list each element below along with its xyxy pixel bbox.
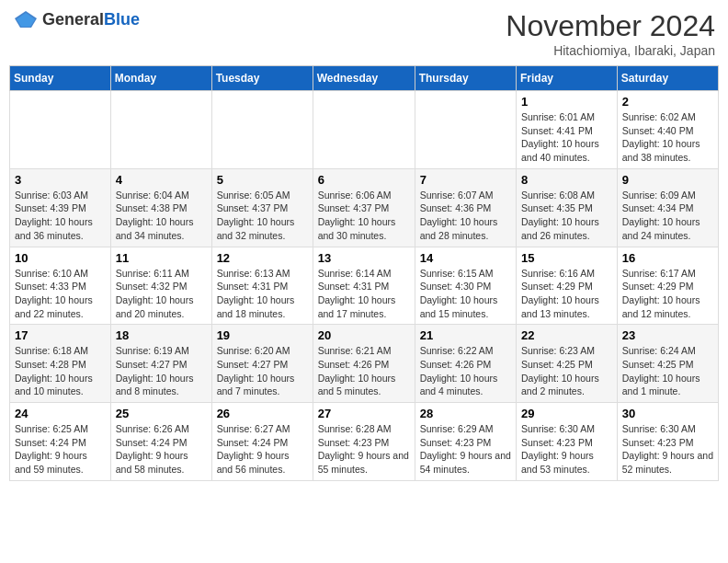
table-row: 24Sunrise: 6:25 AM Sunset: 4:24 PM Dayli…	[10, 403, 111, 481]
logo-general: General	[42, 10, 104, 29]
header-wednesday: Wednesday	[313, 66, 415, 91]
table-row: 9Sunrise: 6:09 AM Sunset: 4:34 PM Daylig…	[617, 168, 718, 247]
table-row: 18Sunrise: 6:19 AM Sunset: 4:27 PM Dayli…	[110, 325, 211, 403]
table-row: 3Sunrise: 6:03 AM Sunset: 4:39 PM Daylig…	[10, 168, 111, 247]
logo-blue: Blue	[104, 10, 140, 29]
logo-text: GeneralBlue	[42, 10, 140, 29]
header-thursday: Thursday	[415, 66, 516, 91]
day-number: 2	[622, 95, 713, 109]
day-info: Sunrise: 6:16 AM Sunset: 4:29 PM Dayligh…	[521, 267, 612, 321]
table-row: 11Sunrise: 6:11 AM Sunset: 4:32 PM Dayli…	[110, 247, 211, 325]
day-number: 20	[318, 328, 410, 342]
table-row	[313, 91, 415, 169]
day-number: 5	[217, 173, 308, 187]
day-number: 10	[15, 251, 106, 265]
table-row: 1Sunrise: 6:01 AM Sunset: 4:41 PM Daylig…	[517, 91, 618, 169]
day-number: 26	[217, 407, 308, 420]
table-row: 25Sunrise: 6:26 AM Sunset: 4:24 PM Dayli…	[110, 403, 211, 481]
day-number: 25	[116, 407, 207, 420]
day-info: Sunrise: 6:07 AM Sunset: 4:36 PM Dayligh…	[420, 189, 511, 243]
day-info: Sunrise: 6:22 AM Sunset: 4:26 PM Dayligh…	[420, 344, 511, 398]
day-info: Sunrise: 6:03 AM Sunset: 4:39 PM Dayligh…	[15, 189, 106, 243]
day-number: 28	[420, 407, 511, 420]
day-number: 24	[15, 407, 106, 420]
day-info: Sunrise: 6:26 AM Sunset: 4:24 PM Dayligh…	[116, 422, 207, 477]
day-info: Sunrise: 6:30 AM Sunset: 4:23 PM Dayligh…	[622, 422, 713, 477]
day-info: Sunrise: 6:15 AM Sunset: 4:30 PM Dayligh…	[420, 267, 511, 321]
day-info: Sunrise: 6:14 AM Sunset: 4:31 PM Dayligh…	[318, 267, 410, 321]
day-number: 23	[622, 328, 713, 342]
table-row: 26Sunrise: 6:27 AM Sunset: 4:24 PM Dayli…	[211, 403, 313, 481]
day-number: 6	[318, 173, 410, 187]
day-number: 7	[420, 173, 511, 187]
day-info: Sunrise: 6:11 AM Sunset: 4:32 PM Dayligh…	[116, 267, 207, 321]
table-row: 16Sunrise: 6:17 AM Sunset: 4:29 PM Dayli…	[617, 247, 718, 325]
table-row: 27Sunrise: 6:28 AM Sunset: 4:23 PM Dayli…	[313, 403, 415, 481]
table-row: 4Sunrise: 6:04 AM Sunset: 4:38 PM Daylig…	[110, 168, 211, 247]
location-subtitle: Hitachiomiya, Ibaraki, Japan	[506, 43, 715, 58]
table-row: 15Sunrise: 6:16 AM Sunset: 4:29 PM Dayli…	[517, 247, 618, 325]
calendar-header: Sunday Monday Tuesday Wednesday Thursday…	[10, 66, 719, 91]
day-number: 19	[217, 328, 308, 342]
logo-icon	[13, 9, 39, 29]
table-row	[10, 91, 111, 169]
day-info: Sunrise: 6:23 AM Sunset: 4:25 PM Dayligh…	[521, 344, 612, 398]
day-info: Sunrise: 6:28 AM Sunset: 4:23 PM Dayligh…	[318, 422, 410, 477]
table-row: 23Sunrise: 6:24 AM Sunset: 4:25 PM Dayli…	[617, 325, 718, 403]
table-row: 2Sunrise: 6:02 AM Sunset: 4:40 PM Daylig…	[617, 91, 718, 169]
table-row: 7Sunrise: 6:07 AM Sunset: 4:36 PM Daylig…	[415, 168, 516, 247]
day-info: Sunrise: 6:19 AM Sunset: 4:27 PM Dayligh…	[116, 344, 207, 398]
day-info: Sunrise: 6:18 AM Sunset: 4:28 PM Dayligh…	[15, 344, 106, 398]
table-row: 30Sunrise: 6:30 AM Sunset: 4:23 PM Dayli…	[617, 403, 718, 481]
day-info: Sunrise: 6:01 AM Sunset: 4:41 PM Dayligh…	[521, 110, 612, 165]
day-info: Sunrise: 6:21 AM Sunset: 4:26 PM Dayligh…	[318, 344, 410, 398]
table-row	[415, 91, 516, 169]
day-info: Sunrise: 6:25 AM Sunset: 4:24 PM Dayligh…	[15, 422, 106, 477]
day-info: Sunrise: 6:09 AM Sunset: 4:34 PM Dayligh…	[622, 189, 713, 243]
day-number: 15	[521, 251, 612, 265]
day-number: 13	[318, 251, 410, 265]
day-info: Sunrise: 6:27 AM Sunset: 4:24 PM Dayligh…	[217, 422, 308, 477]
day-number: 14	[420, 251, 511, 265]
table-row: 22Sunrise: 6:23 AM Sunset: 4:25 PM Dayli…	[517, 325, 618, 403]
table-row	[211, 91, 313, 169]
day-info: Sunrise: 6:06 AM Sunset: 4:37 PM Dayligh…	[318, 189, 410, 243]
day-number: 27	[318, 407, 410, 420]
day-info: Sunrise: 6:24 AM Sunset: 4:25 PM Dayligh…	[622, 344, 713, 398]
day-number: 9	[622, 173, 713, 187]
day-number: 17	[15, 328, 106, 342]
day-info: Sunrise: 6:13 AM Sunset: 4:31 PM Dayligh…	[217, 267, 308, 321]
day-info: Sunrise: 6:29 AM Sunset: 4:23 PM Dayligh…	[420, 422, 511, 477]
table-row	[110, 91, 211, 169]
table-row: 13Sunrise: 6:14 AM Sunset: 4:31 PM Dayli…	[313, 247, 415, 325]
day-number: 29	[521, 407, 612, 420]
day-number: 21	[420, 328, 511, 342]
day-number: 30	[622, 407, 713, 420]
header-tuesday: Tuesday	[211, 66, 313, 91]
day-number: 4	[116, 173, 207, 187]
header-friday: Friday	[517, 66, 618, 91]
table-row: 21Sunrise: 6:22 AM Sunset: 4:26 PM Dayli…	[415, 325, 516, 403]
table-row: 17Sunrise: 6:18 AM Sunset: 4:28 PM Dayli…	[10, 325, 111, 403]
table-row: 14Sunrise: 6:15 AM Sunset: 4:30 PM Dayli…	[415, 247, 516, 325]
day-number: 22	[521, 328, 612, 342]
day-info: Sunrise: 6:04 AM Sunset: 4:38 PM Dayligh…	[116, 189, 207, 243]
calendar-body: 1Sunrise: 6:01 AM Sunset: 4:41 PM Daylig…	[10, 91, 719, 481]
table-row: 8Sunrise: 6:08 AM Sunset: 4:35 PM Daylig…	[517, 168, 618, 247]
header-saturday: Saturday	[617, 66, 718, 91]
day-number: 18	[116, 328, 207, 342]
logo: GeneralBlue	[13, 9, 140, 29]
day-number: 1	[521, 95, 612, 109]
day-info: Sunrise: 6:10 AM Sunset: 4:33 PM Dayligh…	[15, 267, 106, 321]
day-info: Sunrise: 6:05 AM Sunset: 4:37 PM Dayligh…	[217, 189, 308, 243]
day-number: 12	[217, 251, 308, 265]
day-info: Sunrise: 6:08 AM Sunset: 4:35 PM Dayligh…	[521, 189, 612, 243]
table-row: 20Sunrise: 6:21 AM Sunset: 4:26 PM Dayli…	[313, 325, 415, 403]
table-row: 28Sunrise: 6:29 AM Sunset: 4:23 PM Dayli…	[415, 403, 516, 481]
day-info: Sunrise: 6:30 AM Sunset: 4:23 PM Dayligh…	[521, 422, 612, 477]
table-row: 6Sunrise: 6:06 AM Sunset: 4:37 PM Daylig…	[313, 168, 415, 247]
table-row: 19Sunrise: 6:20 AM Sunset: 4:27 PM Dayli…	[211, 325, 313, 403]
table-row: 12Sunrise: 6:13 AM Sunset: 4:31 PM Dayli…	[211, 247, 313, 325]
header-row: Sunday Monday Tuesday Wednesday Thursday…	[10, 66, 719, 91]
day-info: Sunrise: 6:20 AM Sunset: 4:27 PM Dayligh…	[217, 344, 308, 398]
